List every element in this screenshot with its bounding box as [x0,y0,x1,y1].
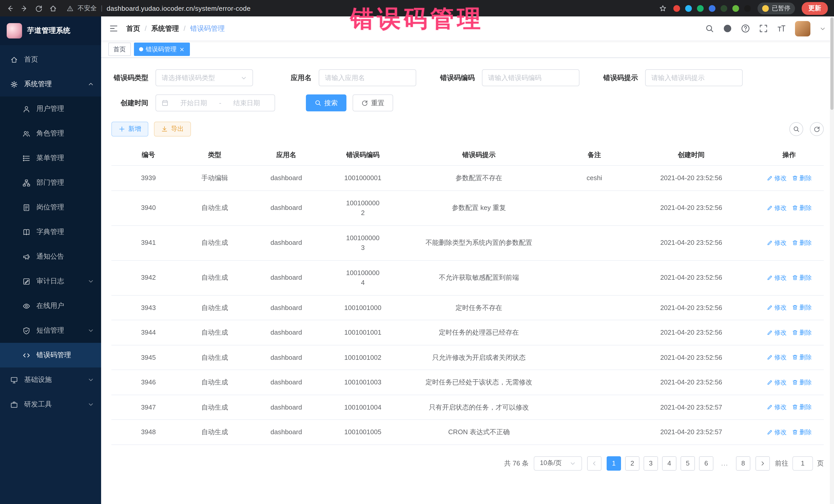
page-button-3[interactable]: 3 [643,456,658,470]
sidebar-item-0[interactable]: 首页 [0,47,101,72]
github-icon[interactable] [723,24,732,33]
user-avatar[interactable] [795,21,810,36]
sidebar-item-6[interactable]: 岗位管理 [0,195,101,220]
delete-link[interactable]: 删除 [792,403,812,412]
sidebar-item-14[interactable]: 研发工具 [0,392,101,417]
delete-link[interactable]: 删除 [792,203,812,213]
sidebar-item-8[interactable]: 通知公告 [0,244,101,269]
book-icon [23,228,30,236]
cell-app: dashboard [244,266,328,290]
reload-icon[interactable] [35,4,43,12]
error-hint-input[interactable] [651,74,737,82]
prev-page-button[interactable] [587,456,601,470]
page-size-select[interactable]: 10条/页 [534,456,582,470]
scrollbar-thumb[interactable] [830,18,833,110]
cell-app: dashboard [244,345,328,370]
sidebar-item-2[interactable]: 用户管理 [0,96,101,121]
edit-link[interactable]: 修改 [767,203,787,213]
delete-link[interactable]: 删除 [792,174,812,183]
search-icon [314,100,321,106]
edit-link[interactable]: 修改 [767,303,787,312]
cell-remark [561,350,628,365]
breadcrumb-home[interactable]: 首页 [126,24,140,33]
page-button-2[interactable]: 2 [625,456,639,470]
edit-link[interactable]: 修改 [767,428,787,437]
scrollbar[interactable] [830,17,834,504]
error-type-select[interactable]: 请选择错误码类型 [155,69,253,86]
delete-link[interactable]: 删除 [792,328,812,337]
cell-code: 1001000001 [329,166,397,190]
page-button-8[interactable]: 8 [736,456,750,470]
update-button[interactable]: 更新 [802,2,828,15]
back-icon[interactable] [6,4,14,12]
tab-error-code[interactable]: 错误码管理 [134,43,190,56]
delete-link[interactable]: 删除 [792,238,812,247]
delete-link[interactable]: 删除 [792,353,812,362]
page-button-5[interactable]: 5 [681,456,695,470]
breadcrumb-system[interactable]: 系统管理 [151,24,179,33]
edit-icon [767,329,773,336]
filter-error-hint: 错误码提示 [601,69,743,86]
edit-link[interactable]: 修改 [767,378,787,387]
page-button-6[interactable]: 6 [699,456,714,470]
fullscreen-icon[interactable] [759,24,768,33]
sidebar-menu: 首页系统管理用户管理角色管理菜单管理部门管理岗位管理字典管理通知公告审计日志在线… [0,45,101,504]
sidebar-item-1[interactable]: 系统管理 [0,72,101,96]
page-more-button[interactable]: ... [718,456,732,470]
browser-home-icon[interactable] [49,4,57,12]
error-code-input[interactable] [488,74,573,82]
edit-link[interactable]: 修改 [767,403,787,412]
refresh-table-button[interactable] [810,122,824,136]
delete-link[interactable]: 删除 [792,303,812,312]
delete-link[interactable]: 删除 [792,428,812,437]
sidebar-item-7[interactable]: 字典管理 [0,220,101,244]
close-icon[interactable] [179,46,185,52]
edit-link[interactable]: 修改 [767,353,787,362]
paused-badge[interactable]: 已暂停 [758,2,795,14]
chevron-down-icon [88,377,94,383]
sidebar-item-3[interactable]: 角色管理 [0,121,101,146]
page-button-1[interactable]: 1 [607,456,621,470]
export-button[interactable]: 导出 [154,122,191,136]
ext-pin-icon[interactable] [744,5,751,12]
date-range-picker[interactable]: 开始日期 - 结束日期 [155,94,275,111]
search-button[interactable]: 搜索 [306,94,347,111]
ext-red-icon[interactable] [673,5,680,12]
reset-button[interactable]: 重置 [353,94,393,111]
ext-leaf-icon[interactable] [732,5,739,12]
app-logo[interactable]: 芋道管理系统 [0,17,101,45]
avatar-caret-icon[interactable] [820,25,826,31]
edit-link[interactable]: 修改 [767,174,787,183]
table-row: 3942自动生成dashboard100100000 4不允许获取敏感配置到前端… [111,261,824,295]
font-size-icon[interactable] [777,24,786,33]
sidebar-item-9[interactable]: 审计日志 [0,269,101,293]
next-page-button[interactable] [755,456,770,470]
sidebar-item-4[interactable]: 菜单管理 [0,146,101,170]
delete-link[interactable]: 删除 [792,273,812,282]
ext-blue-grid-icon[interactable] [709,5,716,12]
edit-link[interactable]: 修改 [767,328,787,337]
add-button[interactable]: 新增 [111,122,148,136]
help-icon[interactable] [741,24,750,33]
ext-teal-icon[interactable] [685,5,692,12]
sidebar-item-11[interactable]: 短信管理 [0,318,101,343]
sidebar-item-10[interactable]: 在线用户 [0,293,101,318]
ext-dark-on-icon[interactable] [721,5,727,12]
sidebar-item-5[interactable]: 部门管理 [0,170,101,195]
bookmark-star-icon[interactable] [659,4,667,12]
tab-home[interactable]: 首页 [108,43,131,56]
url-bar[interactable]: 不安全 | dashboard.yudao.iocoder.cn/system/… [67,4,251,13]
edit-link[interactable]: 修改 [767,273,787,282]
app-name-input[interactable] [325,74,410,82]
sidebar-item-12[interactable]: 错误码管理 [0,343,101,368]
page-button-4[interactable]: 4 [662,456,676,470]
forward-icon[interactable] [21,4,28,12]
hamburger-icon[interactable] [109,24,118,33]
toggle-search-button[interactable] [789,122,803,136]
sidebar-item-13[interactable]: 基础设施 [0,368,101,392]
header-search-icon[interactable] [705,24,714,33]
ext-green-check-icon[interactable] [697,5,704,12]
edit-link[interactable]: 修改 [767,238,787,247]
goto-page-input[interactable] [792,456,813,470]
delete-link[interactable]: 删除 [792,378,812,387]
